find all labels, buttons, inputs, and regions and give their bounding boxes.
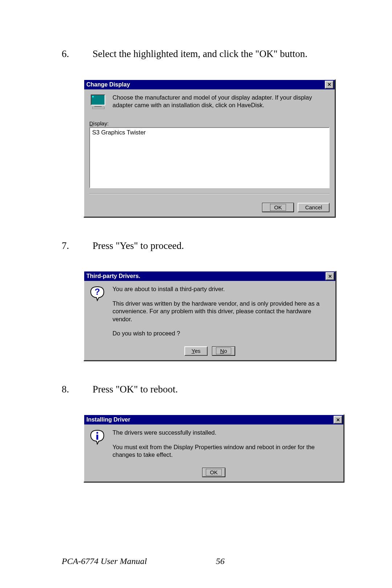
- monitor-icon: [89, 94, 107, 109]
- third-party-message: You are about to install a third-party d…: [113, 285, 330, 344]
- step-6: 6. Select the highlighted item, and clic…: [62, 47, 332, 61]
- third-party-title: Third-party Drivers.: [86, 273, 140, 279]
- close-icon[interactable]: ✕: [326, 272, 334, 280]
- display-list-item[interactable]: S3 Graphics Twister: [92, 129, 327, 136]
- step-7-text: Press "Yes" to proceed.: [93, 239, 332, 253]
- installing-line2: You must exit from the Display Propertie…: [113, 443, 338, 459]
- no-button[interactable]: No: [212, 346, 235, 356]
- third-party-line3: Do you wish to proceed ?: [113, 330, 330, 337]
- display-label: Display:: [89, 120, 330, 126]
- yes-button[interactable]: Yes: [184, 346, 208, 356]
- page-footer: PCA-6774 User Manual 56: [0, 556, 392, 566]
- svg-text:?: ?: [95, 287, 100, 297]
- svg-rect-2: [97, 435, 98, 440]
- ok-button[interactable]: OK: [262, 203, 294, 212]
- installing-driver-title: Installing Driver: [86, 416, 130, 423]
- step-7-number: 7.: [62, 239, 93, 253]
- step-8: 8. Press "OK" to reboot.: [62, 383, 332, 396]
- close-icon[interactable]: ✕: [334, 416, 342, 424]
- manual-page: 6. Select the highlighted item, and clic…: [0, 0, 392, 588]
- change-display-titlebar: Change Display ✕: [84, 80, 335, 89]
- installing-driver-dialog: Installing Driver ✕ The drivers were suc…: [83, 414, 344, 482]
- ok-button[interactable]: OK: [202, 468, 225, 477]
- installing-driver-message: The drivers were successfully installed.…: [113, 429, 338, 465]
- change-display-dialog: Change Display ✕ Choose the manufacturer…: [83, 79, 335, 217]
- manual-name: PCA-6774 User Manual: [62, 556, 147, 566]
- close-icon[interactable]: ✕: [325, 81, 334, 89]
- step-8-text: Press "OK" to reboot.: [93, 383, 332, 396]
- svg-point-1: [97, 432, 98, 434]
- third-party-titlebar: Third-party Drivers. ✕: [84, 271, 335, 281]
- page-number: 56: [216, 556, 225, 566]
- step-6-text: Select the highlighted item, and click t…: [93, 47, 332, 61]
- info-icon: [89, 429, 105, 445]
- step-6-number: 6.: [62, 47, 93, 61]
- change-display-title: Change Display: [86, 81, 130, 88]
- change-display-instruction: Choose the manufacturer and model of you…: [113, 94, 330, 109]
- installing-line1: The drivers were successfully installed.: [113, 429, 338, 436]
- third-party-line2: This driver was written by the hardware …: [113, 300, 330, 323]
- installing-driver-titlebar: Installing Driver ✕: [84, 415, 343, 424]
- display-listbox[interactable]: S3 Graphics Twister: [89, 127, 330, 188]
- third-party-line1: You are about to install a third-party d…: [113, 285, 330, 293]
- step-7: 7. Press "Yes" to proceed.: [62, 239, 332, 253]
- cancel-button[interactable]: Cancel: [298, 203, 330, 212]
- step-8-number: 8.: [62, 383, 93, 396]
- question-icon: ?: [89, 285, 105, 301]
- third-party-drivers-dialog: Third-party Drivers. ✕ ? You are about t…: [83, 271, 336, 361]
